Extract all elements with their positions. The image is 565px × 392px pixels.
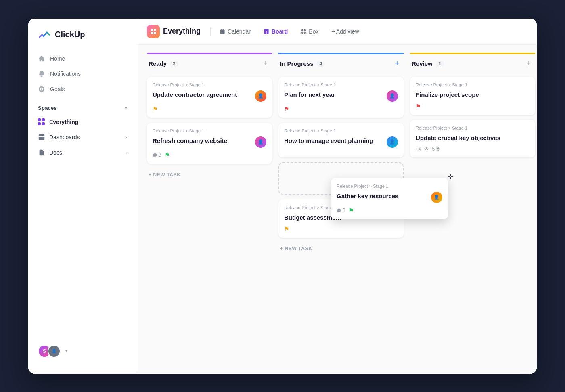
card-title: Update contractor agreement	[153, 90, 237, 99]
card-refresh-website[interactable]: Release Project > Stage 1 Refresh compan…	[147, 123, 272, 164]
avatar-face: 👤	[255, 136, 266, 148]
box-tab-label: Box	[309, 28, 318, 35]
card-meta: Release Project > Stage 1	[416, 82, 529, 87]
docs-label: Docs	[49, 149, 62, 156]
sidebar: ClickUp Home Notifications Goals Spaces	[28, 19, 137, 374]
inprogress-column-title: In Progress	[280, 60, 314, 67]
page-title-area: Everything	[147, 25, 201, 38]
card-title: Update crucial key objectives	[416, 134, 500, 142]
floating-drag-card: ✛ Release Project > Stage 1 Gather key r…	[331, 178, 448, 219]
new-task-ready[interactable]: + NEW TASK	[147, 169, 272, 181]
review-add-button[interactable]: +	[524, 59, 534, 69]
ready-add-button[interactable]: +	[261, 59, 270, 69]
logo[interactable]: ClickUp	[28, 28, 137, 51]
sidebar-item-goals[interactable]: Goals	[28, 82, 137, 97]
column-header-ready: Ready 3 +	[147, 53, 272, 72]
card-footer: ⚑	[284, 106, 398, 112]
spaces-header[interactable]: Spaces ▾	[38, 105, 127, 111]
card-finalize-scope[interactable]: Release Project > Stage 1 Finalize proje…	[410, 77, 535, 115]
user-profile-area[interactable]: S 👤 ▾	[28, 338, 137, 364]
card-header: Update contractor agreement 👤	[153, 90, 266, 102]
spaces-grid-icon	[38, 118, 45, 126]
board-icon	[264, 29, 269, 34]
inprogress-count: 4	[317, 61, 325, 67]
sidebar-item-everything[interactable]: Everything	[28, 114, 137, 130]
card-header: Plan for next year 👤	[284, 90, 398, 102]
avatar-face: 👤	[387, 136, 398, 148]
attach-count: 5	[432, 146, 441, 152]
floating-card-footer: 3 ⚑	[337, 207, 442, 214]
column-header-review: Review 1 +	[410, 53, 535, 72]
spaces-section: Spaces ▾	[28, 97, 137, 114]
card-plan-next-year[interactable]: Release Project > Stage 1 Plan for next …	[278, 77, 404, 118]
user-dropdown-arrow[interactable]: ▾	[65, 349, 67, 353]
card-title: Finalize project scope	[416, 90, 479, 99]
avatar-face: 👤	[255, 90, 266, 102]
spaces-title: Spaces	[38, 105, 57, 111]
tab-box[interactable]: Box	[295, 25, 324, 38]
floating-card-avatar: 👤	[431, 192, 442, 203]
floating-card-header: Gather key resources 👤	[337, 192, 442, 203]
review-count: 1	[436, 61, 444, 67]
page-icon	[147, 25, 160, 38]
card-header: Update crucial key objectives	[416, 134, 529, 142]
card-title: Plan for next year	[284, 90, 335, 99]
new-task-inprogress[interactable]: + NEW TASK	[278, 243, 404, 255]
card-meta: Release Project > Stage 1	[153, 82, 266, 87]
card-title: Refresh company website	[153, 136, 227, 145]
board-tab-label: Board	[272, 28, 288, 35]
chevron-right-docs-icon: ›	[125, 149, 127, 156]
calendar-icon	[220, 29, 225, 34]
card-footer: +4 👁 5	[416, 146, 529, 152]
app-name: ClickUp	[55, 30, 85, 39]
card-header: Finalize project scope	[416, 90, 529, 99]
flag-icon: ⚑	[349, 207, 354, 214]
column-ready: Ready 3 + Release Project > Stage 1 Upda…	[147, 53, 272, 366]
main-content: Everything Calendar Board Box	[137, 19, 537, 374]
sidebar-item-docs[interactable]: Docs ›	[28, 145, 137, 160]
card-footer: ⚑	[153, 106, 266, 112]
sidebar-item-dashboards[interactable]: Dashboards ›	[28, 130, 137, 145]
card-footer: ⚑	[284, 226, 398, 232]
ready-column-title: Ready	[149, 60, 167, 67]
chevron-right-icon: ›	[125, 134, 127, 140]
user-2-initial: 👤	[52, 349, 56, 353]
avatar-stack: S 👤	[38, 345, 61, 358]
card-footer: ⚑	[416, 103, 529, 109]
avatar-user-2: 👤	[48, 345, 61, 358]
chevron-down-icon: ▾	[125, 105, 127, 111]
flag-icon: ⚑	[284, 106, 289, 112]
tab-calendar[interactable]: Calendar	[214, 25, 256, 38]
card-avatar: 👤	[387, 136, 398, 148]
sidebar-item-notifications[interactable]: Notifications	[28, 66, 137, 82]
card-meta: Release Project > Stage 1	[284, 82, 398, 87]
card-meta: Release Project > Stage 1	[153, 128, 266, 133]
inprogress-add-button[interactable]: +	[392, 59, 402, 69]
flag-icon: ⚑	[284, 226, 289, 232]
plus-tag: +4	[416, 147, 421, 151]
bell-icon	[38, 70, 45, 78]
sidebar-item-home[interactable]: Home	[28, 51, 137, 66]
tab-board[interactable]: Board	[258, 25, 293, 38]
dashboards-icon	[38, 134, 45, 141]
home-label: Home	[50, 55, 65, 62]
flag-icon: ⚑	[416, 103, 421, 109]
box-icon	[301, 29, 306, 34]
floating-card-title: Gather key resources	[337, 192, 398, 200]
card-header: Refresh company website 👤	[153, 136, 266, 148]
paperclip-icon	[436, 147, 440, 151]
card-event-planning[interactable]: Release Project > Stage 1 How to manage …	[278, 123, 404, 157]
card-key-objectives[interactable]: Release Project > Stage 1 Update crucial…	[410, 120, 535, 157]
eye-icon: 👁	[424, 146, 429, 152]
card-title: How to manage event planning	[284, 136, 373, 145]
comment-number: 3	[343, 208, 345, 213]
review-column-title: Review	[412, 60, 433, 67]
floating-card-meta: Release Project > Stage 1	[337, 184, 442, 189]
everything-label: Everything	[49, 119, 78, 125]
add-view-button[interactable]: + Add view	[326, 25, 364, 38]
comment-icon	[337, 208, 341, 213]
board-wrapper: Ready 3 + Release Project > Stage 1 Upda…	[137, 45, 537, 374]
calendar-tab-label: Calendar	[228, 28, 251, 35]
flag-icon: ⚑	[153, 106, 158, 112]
card-update-contractor[interactable]: Release Project > Stage 1 Update contrac…	[147, 77, 272, 118]
